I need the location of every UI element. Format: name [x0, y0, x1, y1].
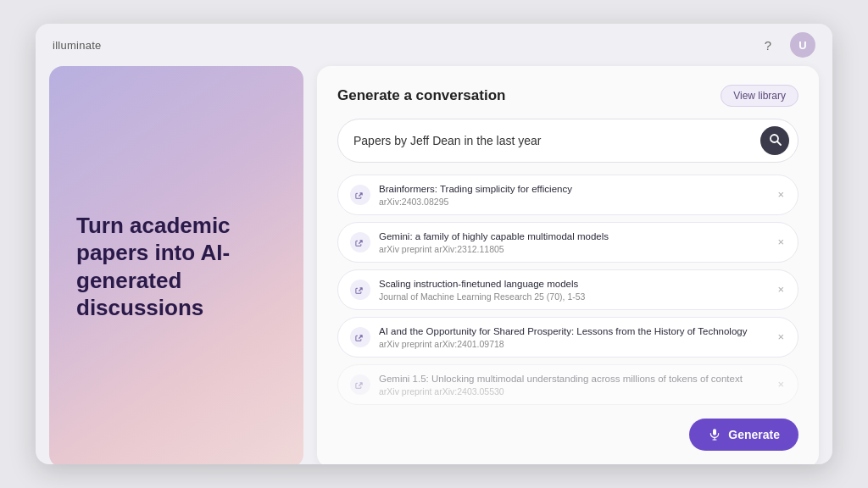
right-panel: Generate a conversation View library	[317, 66, 819, 464]
search-button[interactable]	[760, 126, 789, 155]
main-content: Turn academic papers into AI-generated d…	[36, 66, 832, 464]
avatar-button[interactable]: U	[790, 32, 815, 58]
paper-meta: arXiv preprint arXiv:2312.11805	[379, 244, 767, 254]
paper-link-icon	[350, 232, 370, 252]
paper-link-icon	[350, 185, 370, 205]
view-library-button[interactable]: View library	[721, 85, 798, 107]
paper-title: Gemini 1.5: Unlocking multimodal underst…	[379, 373, 767, 385]
avatar-label: U	[798, 39, 806, 52]
app-window: illuminate ? U Turn academic papers into…	[36, 24, 832, 464]
paper-item: Scaling instruction-finetuned language m…	[337, 269, 798, 310]
paper-meta: arXiv preprint arXiv:2403.05530	[379, 386, 767, 396]
paper-link-icon	[350, 280, 370, 300]
svg-rect-2	[713, 429, 716, 435]
paper-text: Gemini: a family of highly capable multi…	[379, 230, 767, 254]
search-input[interactable]	[353, 134, 754, 147]
paper-title: Gemini: a family of highly capable multi…	[379, 230, 767, 243]
bottom-row: Generate	[337, 419, 798, 451]
paper-item: Gemini 1.5: Unlocking multimodal underst…	[337, 364, 798, 405]
paper-remove-button[interactable]: ×	[776, 330, 786, 343]
paper-link-icon	[350, 374, 370, 395]
search-icon	[769, 133, 782, 148]
paper-meta: arXiv preprint arXiv:2401.09718	[379, 339, 767, 349]
paper-remove-button[interactable]: ×	[776, 378, 786, 391]
paper-text: Gemini 1.5: Unlocking multimodal underst…	[379, 373, 767, 396]
generate-label: Generate	[728, 428, 780, 441]
help-button[interactable]: ?	[756, 33, 780, 57]
paper-text: Scaling instruction-finetuned language m…	[379, 278, 767, 302]
microphone-icon	[708, 428, 721, 441]
paper-meta: Journal of Machine Learning Research 25 …	[379, 291, 767, 302]
paper-text: Brainformers: Trading simplicity for eff…	[379, 183, 767, 207]
paper-item: AI and the Opportunity for Shared Prospe…	[337, 317, 798, 358]
left-panel: Turn academic papers into AI-generated d…	[49, 66, 303, 464]
papers-list: Brainformers: Trading simplicity for eff…	[337, 175, 798, 405]
app-logo: illuminate	[53, 39, 102, 52]
paper-item: Gemini: a family of highly capable multi…	[337, 222, 798, 263]
panel-title: Generate a conversation	[337, 87, 505, 104]
paper-meta: arXiv:2403.08295	[379, 197, 767, 207]
paper-remove-button[interactable]: ×	[776, 283, 786, 296]
paper-title: Scaling instruction-finetuned language m…	[379, 278, 767, 291]
top-bar: illuminate ? U	[36, 24, 832, 66]
paper-title: Brainformers: Trading simplicity for eff…	[379, 183, 767, 196]
search-row	[337, 119, 798, 163]
right-header: Generate a conversation View library	[337, 85, 798, 107]
paper-item: Brainformers: Trading simplicity for eff…	[337, 175, 798, 215]
generate-button[interactable]: Generate	[689, 419, 798, 451]
paper-title: AI and the Opportunity for Shared Prospe…	[379, 325, 767, 338]
top-bar-actions: ? U	[756, 32, 815, 58]
paper-text: AI and the Opportunity for Shared Prospe…	[379, 325, 767, 349]
paper-link-icon	[350, 327, 370, 347]
hero-headline: Turn academic papers into AI-generated d…	[76, 212, 276, 322]
paper-remove-button[interactable]: ×	[776, 236, 786, 248]
help-icon: ?	[765, 38, 771, 53]
paper-remove-button[interactable]: ×	[776, 188, 786, 201]
svg-line-1	[777, 141, 781, 145]
